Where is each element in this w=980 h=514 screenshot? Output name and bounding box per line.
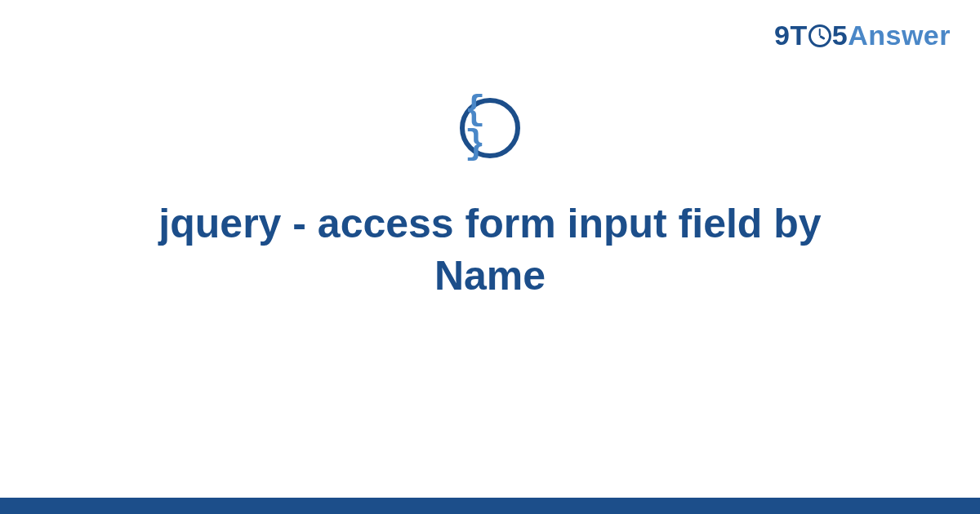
clock-icon — [808, 24, 831, 47]
logo-part-nine: 9 — [774, 20, 790, 51]
logo-part-answer: Answer — [848, 20, 951, 51]
logo-part-t: T — [790, 20, 807, 51]
category-badge: { } — [460, 98, 520, 158]
hero-section: { } jquery - access form input field by … — [0, 98, 980, 302]
logo-part-five: 5 — [832, 20, 848, 51]
code-braces-icon: { } — [465, 93, 515, 162]
site-logo: 9T5Answer — [774, 20, 951, 51]
footer-accent-bar — [0, 498, 980, 514]
page-title: jquery - access form input field by Name — [65, 197, 915, 302]
